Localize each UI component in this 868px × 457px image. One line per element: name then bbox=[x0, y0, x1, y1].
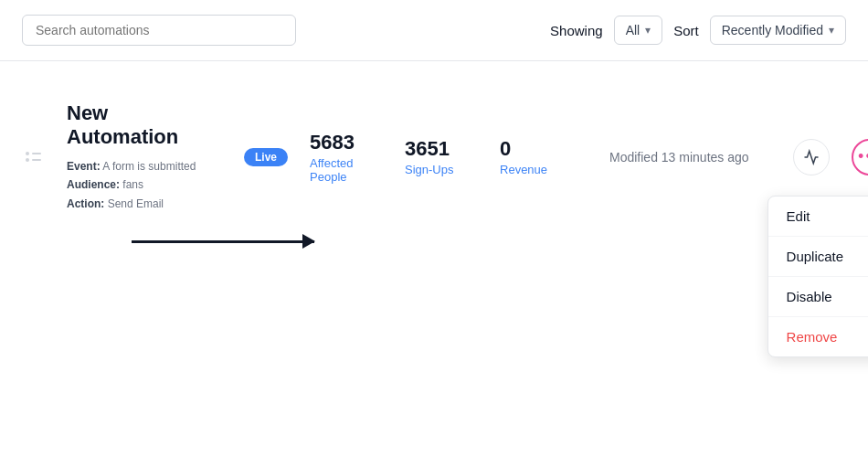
context-menu: Edit Duplicate Disable Remove bbox=[767, 196, 868, 357]
audience-label: Audience: bbox=[67, 178, 120, 191]
toolbar-right: Showing All ▾ Sort Recently Modified ▾ bbox=[550, 16, 846, 45]
ellipsis-icon: ••• bbox=[858, 147, 868, 166]
menu-item-disable[interactable]: Disable bbox=[768, 277, 868, 317]
stat-signups-number: 3651 bbox=[405, 137, 478, 161]
automation-row: New Automation Event: A form is submitte… bbox=[22, 83, 846, 231]
drag-dot bbox=[26, 152, 29, 155]
menu-item-edit[interactable]: Edit bbox=[768, 197, 868, 237]
drag-dash-2 bbox=[32, 159, 41, 161]
arrow-container bbox=[132, 240, 846, 243]
stat-affected-number: 5683 bbox=[310, 131, 383, 154]
stat-signups: 3651 Sign-Ups bbox=[405, 137, 478, 176]
more-options-button[interactable]: ••• Edit Duplicate Disable Remove bbox=[852, 139, 868, 175]
showing-chevron-icon: ▾ bbox=[645, 24, 651, 37]
menu-item-remove[interactable]: Remove bbox=[768, 317, 868, 356]
drag-handle-top bbox=[26, 152, 41, 155]
action-value: Send Email bbox=[108, 197, 164, 210]
chart-icon bbox=[803, 149, 820, 165]
drag-dot-2 bbox=[26, 158, 29, 162]
stat-affected-people: 5683 Affected People bbox=[310, 131, 383, 184]
stat-revenue-number: 0 bbox=[500, 137, 573, 161]
stat-signups-label: Sign-Ups bbox=[405, 163, 478, 176]
event-value: A form is submitted bbox=[102, 160, 196, 173]
toolbar: Showing All ▾ Sort Recently Modified ▾ bbox=[0, 0, 868, 61]
menu-item-duplicate[interactable]: Duplicate bbox=[768, 237, 868, 277]
stat-revenue: 0 Revenue bbox=[500, 137, 573, 176]
automation-info: New Automation Event: A form is submitte… bbox=[67, 101, 222, 213]
showing-value: All bbox=[626, 23, 640, 37]
automation-meta: Event: A form is submitted Audience: fan… bbox=[67, 157, 222, 213]
sort-chevron-icon: ▾ bbox=[829, 24, 834, 37]
sort-value: Recently Modified bbox=[722, 23, 823, 37]
sort-label: Sort bbox=[673, 23, 699, 38]
drag-dash bbox=[32, 153, 41, 154]
stat-affected-label: Affected People bbox=[310, 156, 383, 184]
chart-button[interactable] bbox=[793, 139, 830, 175]
drag-handle[interactable] bbox=[22, 148, 45, 165]
modified-text: Modified 13 minutes ago bbox=[609, 150, 749, 165]
content-area: New Automation Event: A form is submitte… bbox=[0, 61, 868, 243]
stat-revenue-label: Revenue bbox=[500, 163, 573, 176]
automation-name: New Automation bbox=[67, 101, 222, 150]
arrow-icon bbox=[132, 240, 314, 243]
sort-dropdown[interactable]: Recently Modified ▾ bbox=[710, 16, 846, 45]
showing-label: Showing bbox=[550, 23, 603, 38]
status-badge: Live bbox=[244, 148, 288, 166]
audience-value: fans bbox=[122, 178, 143, 191]
drag-handle-bottom bbox=[26, 158, 41, 162]
showing-dropdown[interactable]: All ▾ bbox=[614, 16, 663, 45]
search-input[interactable] bbox=[22, 15, 296, 46]
action-label: Action: bbox=[67, 197, 104, 210]
event-label: Event: bbox=[67, 160, 101, 173]
